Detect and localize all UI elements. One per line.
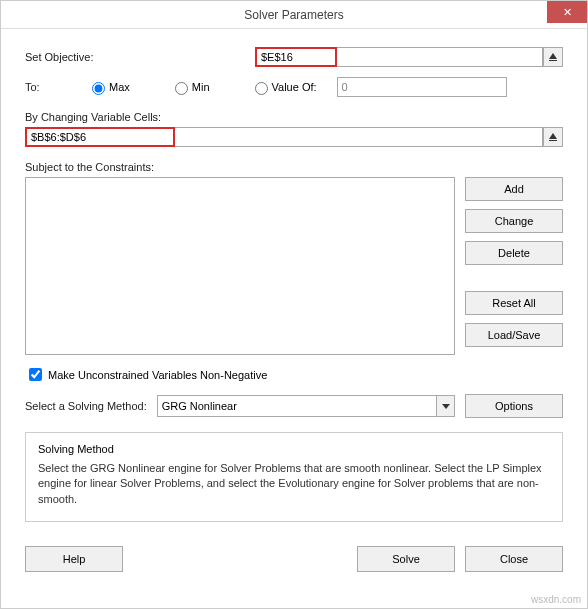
chevron-down-icon[interactable] — [437, 395, 455, 417]
to-label: To: — [25, 81, 87, 93]
info-title: Solving Method — [38, 443, 550, 455]
info-text: Select the GRG Nonlinear engine for Solv… — [38, 461, 550, 507]
reset-button[interactable]: Reset All — [465, 291, 563, 315]
collapse-icon[interactable] — [543, 127, 563, 147]
changing-cells-input[interactable] — [25, 127, 175, 147]
method-label: Select a Solving Method: — [25, 400, 147, 412]
info-box: Solving Method Select the GRG Nonlinear … — [25, 432, 563, 522]
changing-cells-label: By Changing Variable Cells: — [25, 111, 563, 123]
value-of-radio[interactable]: Value Of: — [250, 79, 317, 95]
nonneg-checkbox-input[interactable] — [29, 368, 42, 381]
objective-input[interactable] — [255, 47, 337, 67]
change-button[interactable]: Change — [465, 209, 563, 233]
min-radio[interactable]: Min — [170, 79, 210, 95]
loadsave-button[interactable]: Load/Save — [465, 323, 563, 347]
constraints-label: Subject to the Constraints: — [25, 161, 563, 173]
title-text: Solver Parameters — [244, 8, 343, 22]
constraints-list[interactable] — [25, 177, 455, 355]
set-objective-label: Set Objective: — [25, 51, 255, 63]
delete-button[interactable]: Delete — [465, 241, 563, 265]
close-button[interactable]: Close — [465, 546, 563, 572]
titlebar: Solver Parameters ✕ — [1, 1, 587, 29]
min-radio-input[interactable] — [175, 82, 188, 95]
method-select[interactable]: GRG Nonlinear — [157, 395, 437, 417]
value-of-input[interactable] — [337, 77, 507, 97]
close-icon[interactable]: ✕ — [547, 1, 587, 23]
nonneg-checkbox[interactable]: Make Unconstrained Variables Non-Negativ… — [25, 365, 563, 384]
solve-button[interactable]: Solve — [357, 546, 455, 572]
max-radio[interactable]: Max — [87, 79, 130, 95]
collapse-icon[interactable] — [543, 47, 563, 67]
options-button[interactable]: Options — [465, 394, 563, 418]
help-button[interactable]: Help — [25, 546, 123, 572]
max-radio-input[interactable] — [92, 82, 105, 95]
solver-dialog: Solver Parameters ✕ Set Objective: To: M… — [0, 0, 588, 609]
objective-input-ext[interactable] — [337, 47, 543, 67]
changing-cells-ext[interactable] — [175, 127, 543, 147]
watermark: wsxdn.com — [531, 594, 581, 605]
value-of-radio-input[interactable] — [255, 82, 268, 95]
add-button[interactable]: Add — [465, 177, 563, 201]
